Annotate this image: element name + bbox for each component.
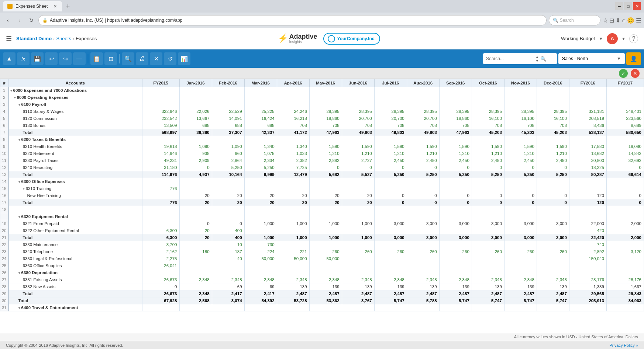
- cell-fy2015[interactable]: 49,231: [142, 157, 179, 164]
- cell-dec[interactable]: 2,450: [537, 157, 569, 164]
- cell-apr[interactable]: 20: [277, 192, 309, 199]
- cell-nov[interactable]: 3,000: [504, 220, 537, 227]
- cell-may[interactable]: [309, 136, 342, 143]
- browser-search[interactable]: 🔍 Search: [549, 15, 600, 25]
- cell-fy2015[interactable]: [142, 220, 179, 227]
- cell-nov[interactable]: [504, 101, 537, 108]
- cell-may[interactable]: 20: [309, 192, 342, 199]
- cell-jul[interactable]: 49,803: [374, 129, 407, 136]
- cell-apr[interactable]: [277, 178, 309, 185]
- cell-fy2017[interactable]: 2,000: [606, 220, 644, 227]
- cell-may[interactable]: [309, 185, 342, 192]
- cell-jan[interactable]: 180: [179, 248, 212, 255]
- cell-may[interactable]: [309, 227, 342, 234]
- cell-dec[interactable]: [537, 269, 569, 276]
- cell-sep[interactable]: 5,747: [439, 297, 472, 304]
- cell-mar[interactable]: [244, 185, 277, 192]
- cell-may[interactable]: 139: [309, 283, 342, 290]
- cell-oct[interactable]: [472, 178, 504, 185]
- cell-fy2017[interactable]: 32,692: [606, 157, 644, 164]
- cell-may[interactable]: 1,000: [309, 220, 342, 227]
- cell-apr[interactable]: 12,479: [277, 171, 309, 178]
- close-window-button[interactable]: ✕: [633, 2, 641, 10]
- cell-dec[interactable]: [537, 213, 569, 220]
- collapse-icon[interactable]: ▾: [10, 89, 12, 93]
- cell-fy2016[interactable]: 22,000: [569, 220, 606, 227]
- cell-oct[interactable]: 2,348: [472, 276, 504, 283]
- cell-sep[interactable]: [439, 178, 472, 185]
- cell-mar[interactable]: [244, 101, 277, 108]
- cell-may[interactable]: [309, 262, 342, 269]
- cell-jun[interactable]: 20,700: [342, 115, 374, 122]
- cell-may[interactable]: 0: [309, 164, 342, 171]
- active-tab[interactable]: Expenses Sheet ✕: [3, 1, 62, 11]
- cell-fy2016[interactable]: 2,892: [569, 248, 606, 255]
- cell-dec[interactable]: [537, 206, 569, 213]
- cell-jan[interactable]: [179, 241, 212, 248]
- cell-nov[interactable]: [504, 213, 537, 220]
- cell-mar[interactable]: [244, 304, 277, 311]
- cell-oct[interactable]: [472, 255, 504, 262]
- cell-mar[interactable]: 42,337: [244, 129, 277, 136]
- cell-apr[interactable]: 139: [277, 283, 309, 290]
- cell-jan[interactable]: 20: [179, 192, 212, 199]
- cell-oct[interactable]: [472, 227, 504, 234]
- cell-dec[interactable]: 2,348: [537, 276, 569, 283]
- cell-fy2015[interactable]: 26,673: [142, 276, 179, 283]
- cell-nov[interactable]: 5,747: [504, 297, 537, 304]
- cell-oct[interactable]: 16,100: [472, 115, 504, 122]
- cell-jun[interactable]: 20: [342, 199, 374, 206]
- cell-fy2015[interactable]: [142, 192, 179, 199]
- cell-dec[interactable]: [537, 185, 569, 192]
- cell-may[interactable]: 53,862: [309, 297, 342, 304]
- cell-oct[interactable]: [472, 269, 504, 276]
- collapse-icon[interactable]: ▾: [14, 96, 16, 100]
- cell-sep[interactable]: [439, 136, 472, 143]
- cell-jun[interactable]: [342, 101, 374, 108]
- cell-jan[interactable]: [179, 304, 212, 311]
- cell-fy2015[interactable]: 67,928: [142, 297, 179, 304]
- table-row[interactable]: 206322 Other Equipment Rental6,300204004…: [0, 227, 644, 234]
- cell-may[interactable]: [309, 213, 342, 220]
- cell-aug[interactable]: [407, 206, 439, 213]
- cell-feb[interactable]: [212, 269, 244, 276]
- collapse-icon[interactable]: ▾: [18, 215, 20, 219]
- cell-apr[interactable]: 41,172: [277, 129, 309, 136]
- cell-sep[interactable]: 0: [439, 199, 472, 206]
- cell-jul[interactable]: 5,250: [374, 171, 407, 178]
- cell-fy2015[interactable]: 6,300: [142, 227, 179, 234]
- cell-oct[interactable]: [472, 262, 504, 269]
- cell-feb[interactable]: 1,090: [212, 143, 244, 150]
- cell-apr[interactable]: [277, 185, 309, 192]
- cell-apr[interactable]: 1,000: [277, 220, 309, 227]
- cell-jun[interactable]: 0: [342, 164, 374, 171]
- cell-mar[interactable]: 1,000: [244, 220, 277, 227]
- table-row[interactable]: 256360 Office Supplies26,041: [0, 262, 644, 269]
- cell-jul[interactable]: 139: [374, 283, 407, 290]
- cell-nov[interactable]: [504, 262, 537, 269]
- cell-fy2015[interactable]: 322,946: [142, 108, 179, 115]
- table-row[interactable]: 196321 From Prepaid001,0001,0001,0001,00…: [0, 220, 644, 227]
- cell-aug[interactable]: [407, 185, 439, 192]
- cell-oct[interactable]: 260: [472, 248, 504, 255]
- table-row[interactable]: 18: [0, 206, 644, 213]
- cell-apr[interactable]: [277, 269, 309, 276]
- cell-oct[interactable]: 0: [472, 164, 504, 171]
- cell-dec[interactable]: 5,250: [537, 171, 569, 178]
- cell-aug[interactable]: [407, 269, 439, 276]
- collapse-icon[interactable]: ▾: [18, 271, 20, 275]
- cell-aug[interactable]: 2,348: [407, 276, 439, 283]
- table-row[interactable]: 2▾6000 Operating Expenses: [0, 94, 644, 101]
- chart-button[interactable]: 📊: [178, 52, 190, 65]
- cell-dec[interactable]: 28,395: [537, 108, 569, 115]
- cell-jul[interactable]: 3,000: [374, 234, 407, 241]
- collapse-icon[interactable]: ▾: [23, 187, 25, 191]
- cell-nov[interactable]: [504, 304, 537, 311]
- cell-fy2017[interactable]: 0: [606, 192, 644, 199]
- cell-may[interactable]: 1,000: [309, 234, 342, 241]
- cell-dec[interactable]: 2,487: [537, 290, 569, 297]
- minus-button[interactable]: —: [73, 52, 86, 65]
- cell-sep[interactable]: 2,487: [439, 290, 472, 297]
- cell-nov[interactable]: 2,487: [504, 290, 537, 297]
- cell-fy2016[interactable]: 120: [569, 199, 606, 206]
